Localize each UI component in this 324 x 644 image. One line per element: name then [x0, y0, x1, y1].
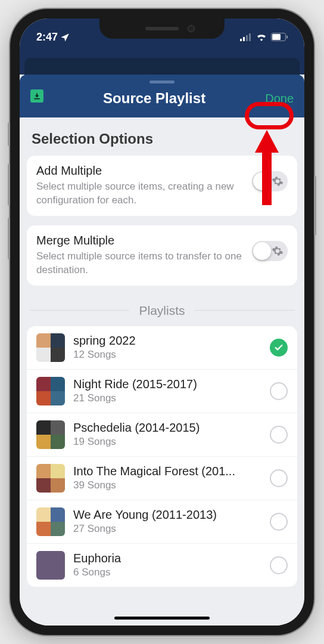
playlist-artwork — [36, 420, 65, 449]
playlist-item[interactable]: Into The Magical Forest (201... 39 Songs — [27, 457, 297, 500]
unselected-circle — [270, 513, 288, 531]
playlist-name: Pschedelia (2014-2015) — [73, 421, 261, 435]
svg-rect-3 — [249, 33, 251, 41]
svg-rect-2 — [246, 35, 248, 41]
phone-screen: 2:47 — [20, 18, 304, 626]
playlist-item[interactable]: Night Ride (2015-2017) 21 Songs — [27, 370, 297, 413]
option-card: Merge Multiple Select multiple source it… — [27, 225, 297, 286]
playlist-artwork — [36, 464, 65, 493]
battery-icon — [271, 33, 288, 41]
option-card: Add Multiple Select multiple source item… — [27, 156, 297, 216]
silent-switch — [8, 122, 10, 146]
content-area: Selection Options Add Multiple Select mu… — [20, 117, 304, 626]
home-indicator[interactable] — [114, 617, 210, 620]
playlist-name: spring 2022 — [73, 334, 261, 348]
playlist-item[interactable]: Pschedelia (2014-2015) 19 Songs — [27, 413, 297, 457]
signal-icon — [240, 33, 252, 41]
selection-options-heading: Selection Options — [32, 131, 292, 147]
done-button[interactable]: Done — [265, 92, 294, 106]
playlist-name: Into The Magical Forest (201... — [73, 465, 261, 478]
power-button — [314, 176, 316, 236]
playlist-list: spring 2022 12 Songs Night Ride (2015-20… — [27, 326, 297, 587]
phone-frame: 2:47 — [10, 9, 314, 635]
playlist-item[interactable]: spring 2022 12 Songs — [27, 326, 297, 370]
status-time: 2:47 — [36, 31, 58, 44]
volume-up — [8, 164, 10, 206]
playlists-heading: Playlists — [129, 304, 194, 318]
check-icon — [270, 339, 288, 357]
playlist-item[interactable]: Euphoria 6 Songs — [27, 544, 297, 587]
svg-rect-0 — [240, 39, 242, 41]
playlist-artwork — [36, 507, 65, 536]
wifi-icon — [256, 33, 267, 41]
option-toggle[interactable] — [252, 171, 288, 191]
option-toggle[interactable] — [252, 241, 288, 261]
option-title: Merge Multiple — [36, 234, 246, 247]
playlist-song-count: 27 Songs — [73, 523, 261, 535]
notch — [99, 18, 225, 39]
playlist-song-count: 39 Songs — [73, 479, 261, 491]
unselected-circle — [270, 469, 288, 487]
playlists-divider: Playlists — [29, 304, 295, 318]
playlist-song-count: 6 Songs — [73, 566, 261, 578]
playlist-artwork — [36, 377, 65, 405]
option-description: Select multiple source items to transfer… — [36, 250, 246, 277]
gear-icon — [272, 245, 284, 257]
playlist-artwork — [36, 551, 65, 580]
playlist-song-count: 21 Songs — [73, 392, 261, 404]
playlist-name: Night Ride (2015-2017) — [73, 377, 261, 391]
playlist-name: We Are Young (2011-2013) — [73, 508, 261, 522]
playlist-artwork — [36, 333, 65, 362]
svg-rect-1 — [243, 37, 245, 41]
playlist-song-count: 12 Songs — [73, 349, 261, 361]
svg-rect-5 — [272, 34, 281, 40]
sheet-header: Source Playlist Done — [20, 75, 304, 117]
download-icon[interactable] — [30, 89, 43, 103]
volume-down — [8, 218, 10, 259]
drag-grabber[interactable] — [149, 80, 175, 83]
page-title: Source Playlist — [43, 90, 265, 107]
unselected-circle — [270, 426, 288, 444]
svg-rect-6 — [286, 36, 288, 39]
unselected-circle — [270, 556, 288, 574]
option-description: Select multiple source items, creating a… — [36, 180, 246, 208]
playlist-item[interactable]: We Are Young (2011-2013) 27 Songs — [27, 500, 297, 544]
playlist-song-count: 19 Songs — [73, 436, 261, 448]
unselected-circle — [270, 382, 288, 400]
playlist-name: Euphoria — [73, 552, 261, 565]
gear-icon — [272, 175, 284, 187]
location-icon — [60, 32, 70, 42]
option-title: Add Multiple — [36, 164, 246, 178]
